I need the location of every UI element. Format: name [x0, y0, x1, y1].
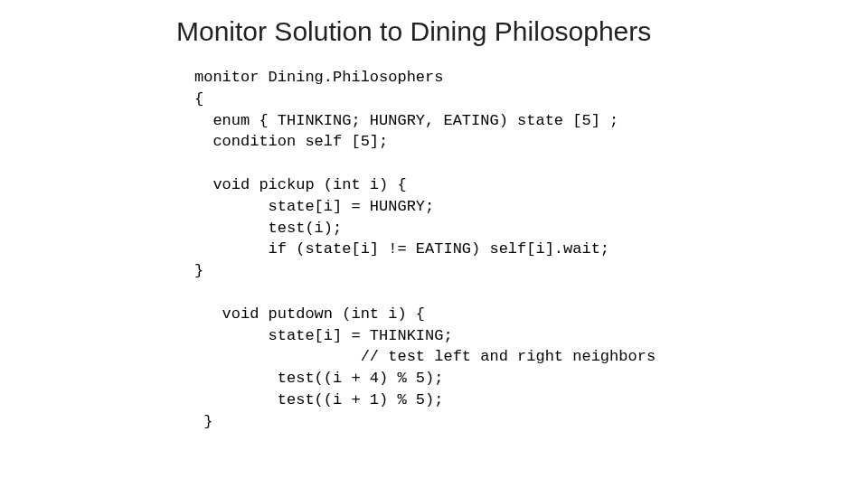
- code-line: test(i);: [194, 220, 342, 237]
- code-line: // test left and right neighbors: [194, 348, 656, 365]
- slide-title: Monitor Solution to Dining Philosophers: [176, 16, 868, 47]
- code-line: }: [194, 262, 203, 279]
- code-line: monitor Dining.Philosophers: [194, 69, 443, 86]
- code-line: void putdown (int i) {: [194, 305, 425, 323]
- code-line: state[i] = THINKING;: [194, 327, 453, 344]
- code-line: {: [194, 90, 203, 108]
- code-block: monitor Dining.Philosophers { enum { THI…: [194, 67, 868, 433]
- code-line: test((i + 4) % 5);: [194, 370, 443, 387]
- code-line: void pickup (int i) {: [194, 176, 407, 193]
- slide: Monitor Solution to Dining Philosophers …: [0, 0, 868, 488]
- code-line: condition self [5];: [194, 133, 388, 150]
- code-line: }: [194, 413, 212, 430]
- code-line: test((i + 1) % 5);: [194, 391, 443, 408]
- code-line: if (state[i] != EATING) self[i].wait;: [194, 240, 609, 258]
- code-line: enum { THINKING; HUNGRY, EATING) state […: [194, 112, 618, 129]
- code-line: state[i] = HUNGRY;: [194, 198, 434, 215]
